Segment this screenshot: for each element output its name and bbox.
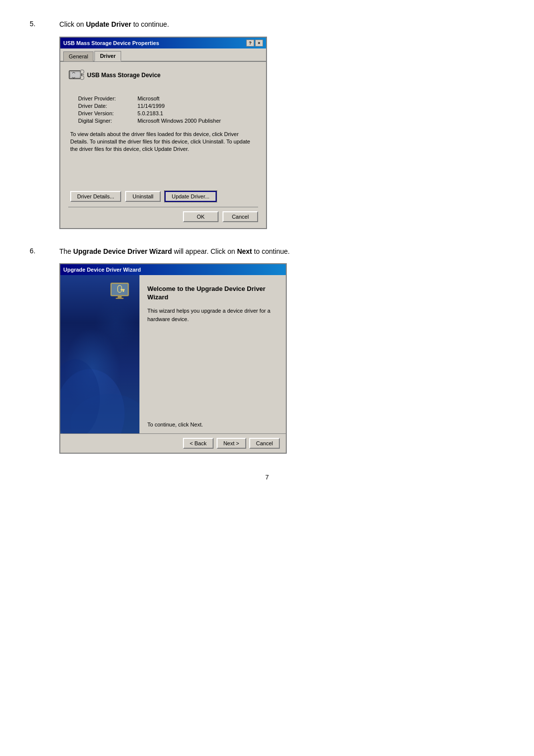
step-5-content: Click on Update Driver to continue. USB … [59,20,504,229]
tab-general[interactable]: General [63,51,93,62]
device-header: USB Mass Storage Device [68,68,258,88]
ok-cancel-buttons: OK Cancel [68,207,258,222]
wizard-computer-icon [109,280,135,304]
svg-rect-10 [121,289,125,290]
svg-rect-12 [118,296,122,298]
svg-rect-1 [70,72,80,78]
wizard-titlebar: Upgrade Device Driver Wizard [60,264,286,275]
page-number: 7 [30,473,504,481]
step-5-text: Click on Update Driver to continue. [59,20,504,30]
digital-signer-value: Microsoft Windows 2000 Publisher [137,118,221,124]
step-6-bold2: Next [237,247,252,255]
wizard-title: Upgrade Device Driver Wizard [63,267,141,273]
wizard-description: This wizard helps you upgrade a device d… [147,307,278,323]
update-driver-button[interactable]: Update Driver... [165,191,216,202]
driver-date-label: Driver Date: [78,103,137,109]
step-5: 5. Click on Update Driver to continue. U… [30,20,504,229]
dialog-title: USB Mass Storage Device Properties [63,40,159,46]
ok-button[interactable]: OK [183,211,219,222]
driver-provider-label: Driver Provider: [78,95,137,101]
step-6-number: 6. [30,247,59,255]
step-5-bold: Update Driver [86,20,132,28]
next-button[interactable]: Next > [217,438,246,449]
back-button[interactable]: < Back [183,438,214,449]
device-name: USB Mass Storage Device [87,72,161,79]
svg-rect-13 [116,298,124,299]
step-6-bold1: Upgrade Device Driver Wizard [73,247,172,255]
driver-date-row: Driver Date: 11/14/1999 [78,103,258,109]
spacer [68,161,258,191]
cancel-button[interactable]: Cancel [222,211,258,222]
step-5-number: 5. [30,20,59,28]
uninstall-button[interactable]: Uninstall [125,191,161,202]
wizard-body: Welcome to the Upgrade Device Driver Wiz… [60,275,286,433]
step-6-content: The Upgrade Device Driver Wizard will ap… [59,247,504,454]
driver-provider-row: Driver Provider: Microsoft [78,95,258,101]
usb-device-icon [68,68,87,83]
wizard-spacer [147,323,278,414]
driver-description: To view details about the driver files l… [68,131,258,153]
wizard-continue-text: To continue, click Next. [147,422,278,427]
close-button[interactable]: × [255,40,263,47]
step-6-text-after: to continue. [252,247,290,255]
wizard-left-panel [60,275,139,433]
titlebar-buttons: ? × [246,40,263,47]
driver-version-label: Driver Version: [78,110,137,116]
wizard-panel-decoration [60,325,139,433]
wizard-cancel-button[interactable]: Cancel [249,438,280,449]
digital-signer-label: Digital Signer: [78,118,137,124]
driver-provider-value: Microsoft [137,95,160,101]
upgrade-wizard-dialog: Upgrade Device Driver Wizard [59,263,287,454]
dialog-titlebar: USB Mass Storage Device Properties ? × [60,38,266,48]
wizard-welcome-title: Welcome to the Upgrade Device Driver Wiz… [147,285,278,302]
step-5-text-after: to continue. [132,20,169,28]
driver-version-row: Driver Version: 5.0.2183.1 [78,110,258,116]
wizard-footer: < Back Next > Cancel [60,433,286,453]
step-5-text-before: Click on [59,20,86,28]
digital-signer-row: Digital Signer: Microsoft Windows 2000 P… [78,118,258,124]
help-button[interactable]: ? [246,40,254,47]
wizard-right-panel: Welcome to the Upgrade Device Driver Wiz… [139,275,286,433]
step-6-text-middle: will appear. Click on [172,247,237,255]
usb-properties-dialog: USB Mass Storage Device Properties ? × G… [59,37,267,229]
driver-info: Driver Provider: Microsoft Driver Date: … [68,95,258,124]
dialog-body: USB Mass Storage Device Driver Provider:… [60,62,266,228]
svg-rect-11 [123,290,124,292]
driver-details-button[interactable]: Driver Details... [70,191,121,202]
step-6-text-before: The [59,247,73,255]
dialog-tabs: General Driver [60,48,266,62]
driver-action-buttons: Driver Details... Uninstall Update Drive… [68,191,258,202]
driver-date-value: 11/14/1999 [137,103,165,109]
step-6: 6. The Upgrade Device Driver Wizard will… [30,247,504,454]
driver-version-value: 5.0.2183.1 [137,110,163,116]
step-6-text: The Upgrade Device Driver Wizard will ap… [59,247,504,257]
tab-driver[interactable]: Driver [94,51,121,61]
